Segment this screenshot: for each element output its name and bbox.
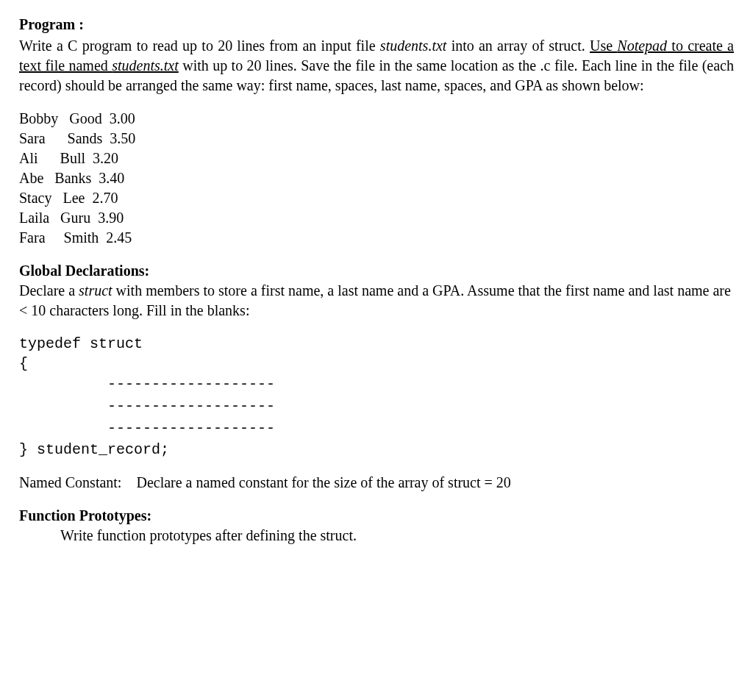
global-declarations-section: Global Declarations: Declare a struct wi… [19, 261, 734, 321]
sample-row: Laila Guru 3.90 [19, 208, 734, 228]
intro-file1: students.txt [380, 38, 447, 54]
section-heading-program: Program : [19, 15, 734, 35]
intro-t2: into an array of struct. [446, 38, 590, 54]
gd-t2: with members to store a first name, a la… [19, 282, 731, 318]
code-line: } student_record; [19, 440, 734, 460]
sample-row: Sara Sands 3.50 [19, 129, 734, 149]
named-constant-line: Named Constant: Declare a named constant… [19, 473, 734, 493]
named-const-label: Named Constant: [19, 474, 121, 490]
struct-code-block: typedef struct { ------------------- ---… [19, 334, 734, 460]
sample-row: Abe Banks 3.40 [19, 168, 734, 188]
gd-t1: Declare a [19, 282, 79, 299]
sample-row: Ali Bull 3.20 [19, 149, 734, 168]
code-blank: ------------------- [19, 396, 734, 418]
code-blank: ------------------- [19, 418, 734, 440]
section-heading-func-proto: Function Prototypes: [19, 506, 734, 526]
intro-notepad: Notepad [617, 38, 667, 54]
global-decl-paragraph: Declare a struct with members to store a… [19, 281, 734, 321]
named-const-text: Declare a named constant for the size of… [136, 474, 510, 490]
section-heading-global-decl: Global Declarations: [19, 261, 734, 281]
intro-file2: students.txt [112, 57, 179, 74]
sample-data-block: Bobby Good 3.00 Sara Sands 3.50 Ali Bull… [19, 109, 734, 248]
sample-row: Fara Smith 2.45 [19, 228, 734, 248]
intro-paragraph: Write a C program to read up to 20 lines… [19, 36, 734, 96]
function-prototypes-section: Function Prototypes: Write function prot… [19, 506, 734, 546]
code-line: { [19, 354, 734, 374]
intro-t1: Write a C program to read up to 20 lines… [19, 38, 380, 54]
func-proto-text: Write function prototypes after defining… [19, 526, 734, 546]
code-blank: ------------------- [19, 374, 734, 396]
code-line: typedef struct [19, 334, 734, 354]
sample-row: Bobby Good 3.00 [19, 109, 734, 129]
sample-row: Stacy Lee 2.70 [19, 188, 734, 208]
intro-u1: Use [590, 38, 617, 54]
gd-struct: struct [79, 282, 113, 299]
